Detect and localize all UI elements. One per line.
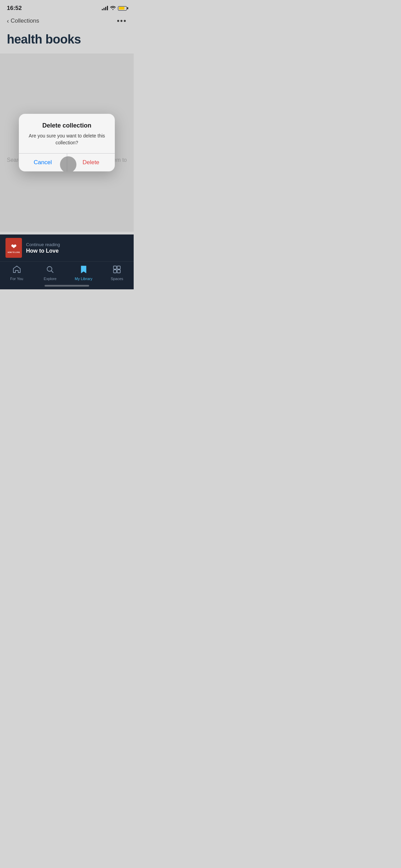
status-icons — [102, 5, 127, 11]
tab-my-library[interactable]: My Library — [72, 265, 96, 281]
mini-player-info: Continue reading How to Love — [26, 242, 128, 254]
page-title-section: health books — [0, 28, 134, 53]
dialog-overlay: Delete collection Are you sure you want … — [0, 53, 134, 232]
more-button[interactable]: ••• — [117, 16, 127, 25]
cover-text: HOW TO LOVE — [8, 251, 20, 253]
search-icon — [46, 265, 54, 275]
page-title: health books — [7, 32, 127, 47]
tab-explore-label: Explore — [44, 277, 57, 281]
cover-heart-icon: ❤ — [11, 242, 17, 251]
tab-bar: For You Explore My Library — [0, 262, 134, 288]
book-cover: ❤ HOW TO LOVE — [5, 238, 22, 258]
signal-bars-icon — [102, 6, 108, 10]
dialog-actions: Cancel Delete — [19, 154, 115, 171]
svg-line-1 — [51, 271, 53, 273]
chevron-left-icon: ‹ — [7, 17, 9, 25]
home-icon — [12, 265, 21, 275]
bottom-section: ❤ HOW TO LOVE Continue reading How to Lo… — [0, 234, 134, 289]
bookmark-icon — [79, 265, 88, 275]
main-content: Searc em to Delete collection Are you su… — [0, 53, 134, 232]
tab-my-library-label: My Library — [75, 277, 92, 281]
battery-icon — [118, 6, 127, 11]
mini-player-title: How to Love — [26, 248, 128, 254]
battery-fill — [119, 7, 125, 10]
wifi-icon — [110, 5, 116, 11]
home-indicator — [45, 285, 89, 287]
mini-player[interactable]: ❤ HOW TO LOVE Continue reading How to Lo… — [0, 234, 134, 262]
tab-explore[interactable]: Explore — [38, 265, 62, 281]
svg-rect-3 — [117, 266, 120, 269]
delete-dialog: Delete collection Are you sure you want … — [19, 114, 115, 171]
svg-rect-5 — [117, 270, 120, 273]
cancel-button[interactable]: Cancel — [19, 154, 67, 171]
status-bar: 16:52 — [0, 0, 134, 14]
dialog-message: Are you sure you want to delete this col… — [26, 133, 108, 146]
svg-rect-4 — [113, 270, 117, 273]
back-label: Collections — [11, 17, 39, 24]
spaces-icon — [112, 265, 121, 275]
tab-for-you[interactable]: For You — [5, 265, 29, 281]
mini-player-subtitle: Continue reading — [26, 242, 128, 247]
delete-button[interactable]: Delete — [67, 154, 115, 171]
dialog-content: Delete collection Are you sure you want … — [19, 114, 115, 153]
svg-rect-2 — [113, 266, 117, 269]
back-button[interactable]: ‹ Collections — [7, 17, 39, 25]
nav-header: ‹ Collections ••• — [0, 14, 134, 28]
tab-for-you-label: For You — [10, 277, 23, 281]
status-time: 16:52 — [7, 5, 22, 12]
dialog-title: Delete collection — [26, 122, 108, 129]
tab-spaces-label: Spaces — [111, 277, 123, 281]
tab-spaces[interactable]: Spaces — [105, 265, 129, 281]
